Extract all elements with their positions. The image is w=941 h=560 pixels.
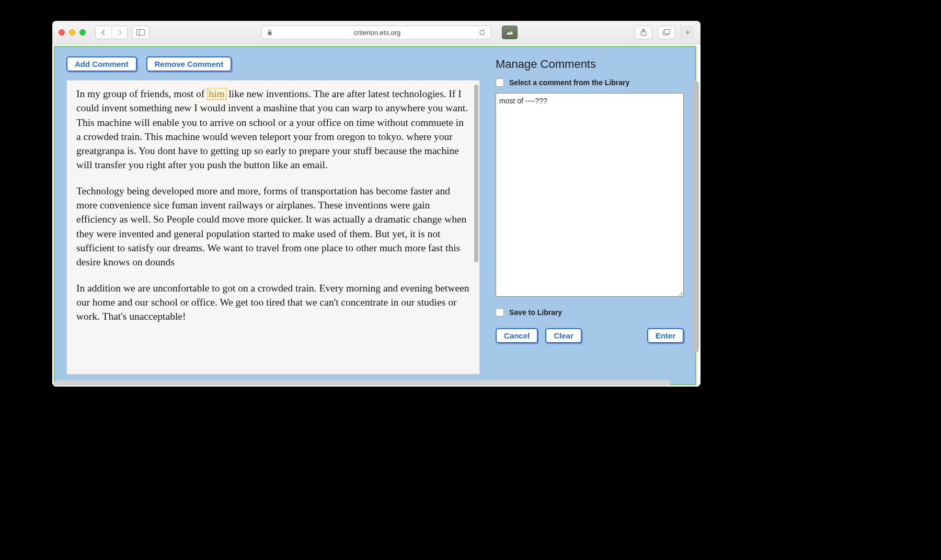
select-from-library-label: Select a comment from the Library bbox=[509, 78, 629, 87]
lock-icon bbox=[267, 29, 272, 36]
manage-comments-panel: Manage Comments Select a comment from th… bbox=[496, 56, 684, 375]
criterion-panel: Add Comment Remove Comment In my group o… bbox=[55, 47, 695, 384]
new-tab-button[interactable]: + bbox=[681, 26, 694, 39]
essay-paragraph: In my group of friends, most of him like… bbox=[76, 87, 470, 172]
essay-text: like new inventions. The are after lates… bbox=[76, 88, 468, 170]
cancel-button[interactable]: Cancel bbox=[496, 328, 538, 343]
address-bar[interactable]: criterion.ets.org bbox=[261, 26, 491, 39]
forward-button[interactable] bbox=[111, 26, 127, 39]
svg-rect-6 bbox=[664, 30, 670, 34]
panel-button-row: Cancel Clear Enter bbox=[496, 328, 684, 343]
browser-window: criterion.ets.org + Add bbox=[52, 21, 701, 387]
essay-text: In my group of friends, most of bbox=[76, 88, 207, 99]
remove-comment-button[interactable]: Remove Comment bbox=[146, 56, 232, 72]
back-button[interactable] bbox=[96, 26, 111, 39]
panel-title: Manage Comments bbox=[496, 57, 684, 71]
fullscreen-window-button[interactable] bbox=[79, 29, 86, 36]
save-to-library-row[interactable]: Save to Library bbox=[496, 308, 684, 317]
clear-button[interactable]: Clear bbox=[545, 328, 582, 343]
checkbox-icon[interactable] bbox=[496, 308, 504, 317]
select-from-library-row[interactable]: Select a comment from the Library bbox=[496, 78, 684, 87]
essay-viewer[interactable]: In my group of friends, most of him like… bbox=[66, 80, 480, 375]
nav-buttons bbox=[95, 26, 128, 39]
page-scrollbar-vertical[interactable] bbox=[693, 81, 699, 353]
comment-action-row: Add Comment Remove Comment bbox=[66, 56, 480, 72]
svg-rect-2 bbox=[268, 32, 272, 35]
titlebar: criterion.ets.org + bbox=[52, 21, 701, 44]
window-traffic-lights bbox=[59, 29, 86, 36]
add-comment-button[interactable]: Add Comment bbox=[66, 56, 137, 72]
page-content: Add Comment Remove Comment In my group o… bbox=[52, 44, 701, 387]
essay-scrollbar[interactable] bbox=[474, 85, 478, 262]
share-button[interactable] bbox=[635, 26, 652, 39]
svg-rect-0 bbox=[137, 30, 145, 36]
extension-button[interactable] bbox=[502, 26, 518, 39]
left-column: Add Comment Remove Comment In my group o… bbox=[66, 56, 480, 375]
highlighted-word[interactable]: him bbox=[207, 88, 226, 100]
page-scrollbar-horizontal[interactable] bbox=[54, 380, 671, 386]
essay-paragraph: In addition we are unconfortable to got … bbox=[76, 281, 470, 324]
titlebar-right-tools: + bbox=[635, 26, 694, 39]
sidebar-toggle-button[interactable] bbox=[132, 26, 150, 39]
save-to-library-label: Save to Library bbox=[509, 308, 562, 317]
essay-paragraph: Technology being developed more and more… bbox=[76, 184, 470, 270]
close-window-button[interactable] bbox=[59, 29, 65, 36]
reload-icon[interactable] bbox=[479, 29, 486, 36]
checkbox-icon[interactable] bbox=[496, 78, 504, 87]
minimize-window-button[interactable] bbox=[69, 29, 75, 36]
enter-button[interactable]: Enter bbox=[647, 328, 684, 343]
tabs-button[interactable] bbox=[658, 26, 675, 39]
address-text: criterion.ets.org bbox=[276, 29, 479, 37]
comment-textarea[interactable] bbox=[496, 93, 684, 297]
